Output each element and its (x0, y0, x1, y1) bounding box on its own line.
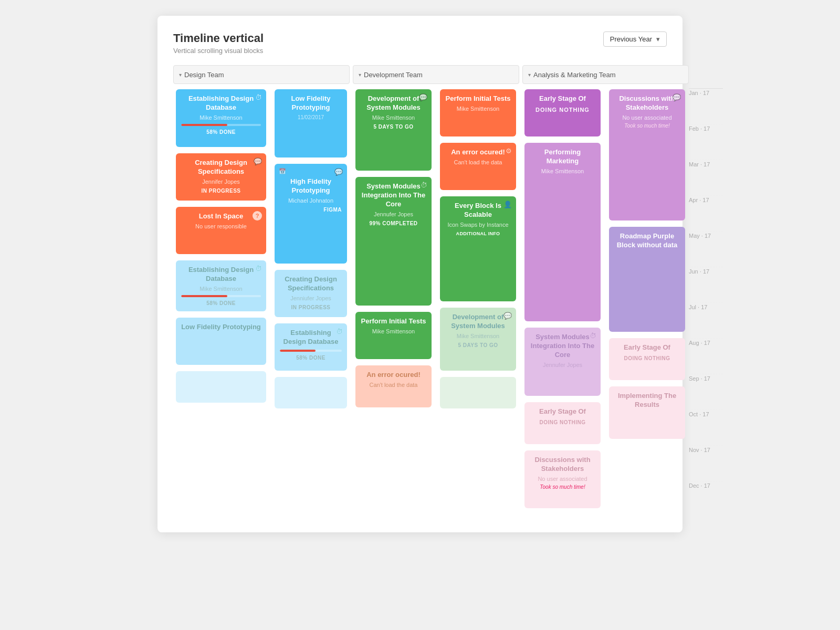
card-badge: 99% COMPLETED (361, 220, 426, 226)
clock-icon: ⏱ (255, 265, 262, 272)
card-discussions-purple[interactable]: 💬 Discussions with Stakeholders No user … (609, 89, 685, 220)
card-early-stage[interactable]: Early Stage Of DOING NOTHING (524, 89, 601, 136)
card-low-fidelity[interactable]: Low Fidelity Prototyping 11/02/2017 (275, 89, 347, 158)
progress-fill (181, 295, 227, 297)
card-establishing-design-db[interactable]: ⏱ Establishing Design Database Mike Smit… (176, 89, 266, 147)
month-apr: Apr · 17 (689, 195, 723, 231)
card-badge: 58% DONE (181, 300, 261, 306)
development-column-2: Perform Initial Tests Mike Smittenson ⚙ … (437, 89, 519, 511)
card-subtitle: DOING NOTHING (530, 107, 595, 113)
design-team-header: ▾ Design Team (173, 65, 350, 84)
card-implementing-results[interactable]: Implementing The Results (609, 386, 685, 439)
development-team-header: ▾ Development Team (353, 65, 519, 84)
card-title: System Modules Integration Into The Core (530, 333, 595, 360)
card-every-block-scalable[interactable]: 👤 Every Block Is Scalable Icon Swaps by … (440, 196, 516, 301)
chat-icon: 💬 (673, 93, 681, 101)
card-creating-design-spec[interactable]: 💬 Creating Design Specifications Jennife… (176, 153, 266, 201)
card-dev-system-modules[interactable]: 💬 Development of System Modules Mike Smi… (355, 89, 432, 171)
card-title: Creating Design Specifications (280, 275, 342, 293)
page-title: Timeline vertical (173, 32, 264, 45)
progress-bar (181, 295, 261, 297)
card-empty-pale[interactable] (176, 371, 266, 403)
note-text: Took so much time! (530, 484, 595, 490)
calendar-icon: 📅 (279, 168, 286, 175)
card-title: Early Stage Of (530, 94, 595, 103)
months-strip: Jan · 17 Feb · 17 Mar · 17 Apr · 17 May … (689, 65, 723, 517)
card-sys-modules-integration[interactable]: ⏱ System Modules Integration Into The Co… (355, 177, 432, 306)
card-user: Mike Smittenson (181, 114, 261, 121)
card-user: Mike Smittenson (361, 328, 426, 334)
card-error-pale[interactable]: An error ocured! Can't load the data (355, 365, 432, 407)
clock-icon: ⏱ (590, 332, 596, 340)
card-user: Jennifer Jopes (181, 178, 261, 185)
card-green-empty[interactable] (440, 377, 516, 408)
card-title: System Modules Integration Into The Core (361, 182, 426, 209)
card-title: An error ocured! (445, 148, 511, 157)
month-jan: Jan · 17 (689, 88, 723, 124)
card-title: Creating Design Specifications (181, 159, 261, 176)
card-title: Roadmap Purple Block without data (614, 232, 680, 250)
month-aug: Aug · 17 (689, 338, 723, 374)
card-title: Low Fidelity Prototyping (280, 94, 342, 112)
card-establishing-pale2[interactable]: ⏱ Establishing Design Database 58% DONE (275, 323, 347, 371)
card-user: Jennufer Jopes (530, 362, 595, 368)
card-badge: ADDITIONAL INFO (445, 231, 511, 236)
year-selector-arrow: ▾ (656, 35, 660, 43)
progress-bar (181, 124, 261, 126)
card-low-fidelity-pale[interactable]: Low Fidelity Prototyping (176, 318, 266, 365)
card-perform-initial-orange[interactable]: Perform Initial Tests Mike Smittenson (440, 89, 516, 136)
card-user: Can't load the data (445, 159, 511, 165)
card-user: Mike Smittenson (530, 168, 595, 174)
card-error-orange[interactable]: ⚙ An error ocured! Can't load the data (440, 143, 516, 190)
card-subtitle: DOING NOTHING (614, 355, 680, 361)
card-badge: 5 DAYS TO GO (445, 342, 511, 348)
note-text: Took so much time! (614, 123, 680, 129)
question-icon: ? (253, 211, 262, 220)
chat-icon: 💬 (503, 312, 512, 320)
card-roadmap-purple[interactable]: Roadmap Purple Block without data (609, 227, 685, 332)
card-title: Establishing Design Database (181, 266, 261, 284)
page-subtitle: Vertical scrolling visual blocks (173, 47, 264, 55)
month-may: May · 17 (689, 231, 723, 267)
card-date: 11/02/2017 (280, 114, 342, 120)
card-badge: 5 DAYS TO GO (361, 124, 426, 130)
month-sep: Sep · 17 (689, 374, 723, 410)
card-lost-in-space[interactable]: ? Lost In Space No user responsible (176, 207, 266, 254)
card-title: Lost In Space (181, 212, 261, 221)
card-badge: 58% DONE (181, 129, 261, 135)
header: Timeline vertical Vertical scrolling vis… (173, 32, 667, 55)
figma-label: FIGMA (280, 207, 342, 213)
progress-fill (280, 350, 316, 352)
card-empty2[interactable] (275, 377, 347, 408)
card-title: Every Block Is Scalable (445, 202, 511, 219)
clock-icon: ⏱ (421, 181, 427, 189)
card-discussions-pink[interactable]: Discussions with Stakeholders No user as… (524, 450, 601, 508)
card-early-stage-pink[interactable]: Early Stage Of DOING NOTHING (524, 402, 601, 444)
chat-icon: 💬 (334, 168, 343, 176)
card-subtitle: DOING NOTHING (530, 419, 595, 425)
analysis-arrow-icon: ▾ (528, 72, 531, 78)
development-team-label: Development Team (364, 71, 423, 79)
card-badge: IN PROGRESS (280, 304, 342, 310)
card-title: Establishing Design Database (280, 329, 342, 346)
card-high-fidelity[interactable]: 📅 💬 High Fidelity Prototyping Michael Jo… (275, 164, 347, 264)
month-mar: Mar · 17 (689, 160, 723, 195)
card-user: Mike Smittenson (445, 106, 511, 112)
chat-icon: 💬 (419, 93, 427, 101)
card-title: An error ocured! (361, 371, 426, 380)
card-dev-pale[interactable]: 💬 Development of System Modules Mike Smi… (440, 308, 516, 371)
card-user: Jennufer Jopes (361, 211, 426, 217)
card-establishing-db-pale[interactable]: ⏱ Establishing Design Database Mike Smit… (176, 260, 266, 311)
analysis-column-2: 💬 Discussions with Stakeholders No user … (606, 89, 688, 511)
progress-fill (181, 124, 227, 126)
card-title: Performing Marketing (530, 148, 595, 166)
card-sys-modules-pale[interactable]: ⏱ System Modules Integration Into The Co… (524, 328, 601, 396)
card-creating-spec-pale[interactable]: Creating Design Specifications Jenniufer… (275, 270, 347, 317)
card-user: Michael Johnaton (280, 197, 342, 204)
card-perform-initial-tests[interactable]: Perform Initial Tests Mike Smittenson (355, 312, 432, 359)
card-early-stage-pale2[interactable]: Early Stage Of DOING NOTHING (609, 338, 685, 380)
card-badge: 58% DONE (280, 355, 342, 361)
card-title: Development of System Modules (361, 94, 426, 112)
card-performing-marketing[interactable]: Performing Marketing Mike Smittenson (524, 143, 601, 321)
year-selector-button[interactable]: Previous Year ▾ (603, 32, 667, 47)
